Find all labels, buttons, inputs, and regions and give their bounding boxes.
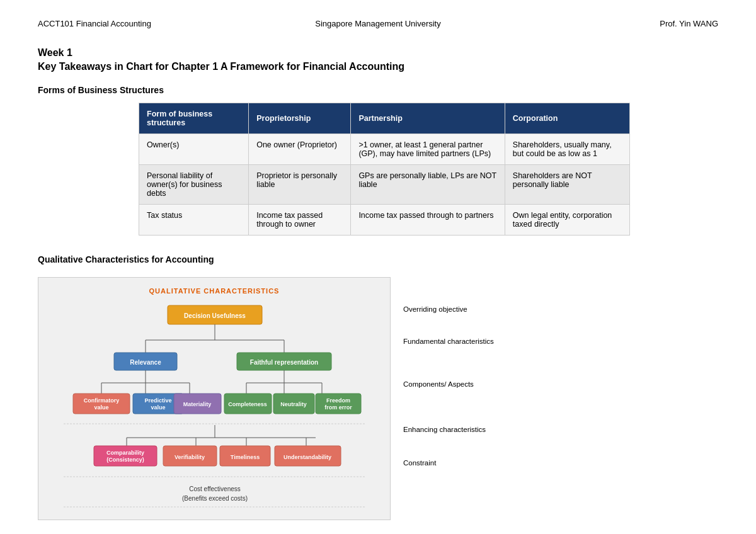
svg-text:Materiality: Materiality — [183, 401, 212, 407]
cell-owners-corp: Shareholders, usually many, but could be… — [505, 134, 629, 165]
svg-rect-42 — [94, 446, 157, 466]
table-header-row: Form of business structures Proprietorsh… — [139, 103, 630, 134]
qual-chart-title: QUALITATIVE CHARACTERISTICS — [51, 287, 377, 295]
label-constraint: Constraint — [403, 451, 504, 475]
section2-title: Qualitative Characteristics for Accounti… — [38, 254, 718, 264]
qual-chart-svg: Decision Usefulness Relevance Faithful r… — [51, 302, 379, 510]
svg-text:Timeliness: Timeliness — [231, 454, 260, 460]
cell-tax-label: Tax status — [139, 205, 249, 236]
cell-tax-corp: Own legal entity, corporation taxed dire… — [505, 205, 629, 236]
qual-chart-section: QUALITATIVE CHARACTERISTICS Decision Use… — [38, 277, 718, 520]
header-right: Prof. Yin WANG — [491, 19, 718, 28]
svg-text:Cost effectiveness: Cost effectiveness — [189, 486, 241, 492]
svg-text:value: value — [151, 404, 165, 411]
svg-text:from error: from error — [324, 404, 352, 411]
cell-liability-part: GPs are personally liable, LPs are NOT l… — [351, 165, 505, 205]
cell-tax-prop: Income tax passed through to owner — [249, 205, 351, 236]
page-header: ACCT101 Financial Accounting Singapore M… — [38, 19, 718, 28]
label-overriding: Overriding objective — [403, 296, 504, 322]
col-header-partnership: Partnership — [351, 103, 505, 134]
svg-text:(Benefits exceed costs): (Benefits exceed costs) — [182, 495, 248, 502]
cell-liability-prop: Proprietor is personally liable — [249, 165, 351, 205]
svg-text:Freedom: Freedom — [326, 397, 350, 404]
col-header-structures: Form of business structures — [139, 103, 249, 134]
svg-text:Completeness: Completeness — [228, 401, 267, 407]
col-header-corporation: Corporation — [505, 103, 629, 134]
svg-text:Relevance: Relevance — [130, 359, 161, 366]
cell-owners-prop: One owner (Proprietor) — [249, 134, 351, 165]
qual-chart: QUALITATIVE CHARACTERISTICS Decision Use… — [38, 277, 391, 520]
label-enhancing: Enhancing characteristics — [403, 413, 504, 446]
cell-liability-corp: Shareholders are NOT personally liable — [505, 165, 629, 205]
svg-rect-32 — [316, 394, 361, 414]
table-row: Tax status Income tax passed through to … — [139, 205, 630, 236]
university-name: Singapore Management University — [315, 19, 440, 28]
svg-text:Comparability: Comparability — [106, 450, 144, 456]
cell-liability-label: Personal liability of owner(s) for busin… — [139, 165, 249, 205]
cell-owners-label: Owner(s) — [139, 134, 249, 165]
svg-text:Predictive: Predictive — [144, 397, 171, 404]
svg-text:(Consistency): (Consistency) — [106, 457, 144, 463]
label-fundamental: Fundamental characteristics — [403, 322, 504, 360]
professor-name: Prof. Yin WANG — [660, 19, 718, 28]
svg-text:Decision Usefulness: Decision Usefulness — [184, 312, 246, 319]
svg-text:Neutrality: Neutrality — [280, 401, 307, 407]
section1-title: Forms of Business Structures — [38, 85, 718, 95]
svg-rect-15 — [73, 394, 130, 414]
col-header-proprietorship: Proprietorship — [249, 103, 351, 134]
cell-tax-part: Income tax passed through to partners — [351, 205, 505, 236]
cell-owners-part: >1 owner, at least 1 general partner (GP… — [351, 134, 505, 165]
table-row: Owner(s) One owner (Proprietor) >1 owner… — [139, 134, 630, 165]
label-components: Components/ Aspects — [403, 363, 504, 406]
qual-labels: Overriding objective Fundamental charact… — [403, 277, 504, 475]
week-label: Week 1 — [38, 47, 718, 59]
svg-text:Understandability: Understandability — [284, 454, 331, 460]
svg-text:Faithful representation: Faithful representation — [250, 359, 318, 366]
svg-text:Verifiability: Verifiability — [175, 454, 205, 460]
header-left: ACCT101 Financial Accounting — [38, 19, 265, 28]
header-center: Singapore Management University — [265, 19, 491, 28]
business-structures-table: Form of business structures Proprietorsh… — [139, 103, 630, 236]
course-name: ACCT101 Financial Accounting — [38, 19, 151, 28]
svg-text:value: value — [94, 404, 108, 411]
chapter-title: Key Takeaways in Chart for Chapter 1 A F… — [38, 61, 718, 72]
table-row: Personal liability of owner(s) for busin… — [139, 165, 630, 205]
svg-text:Confirmatory: Confirmatory — [84, 397, 120, 404]
